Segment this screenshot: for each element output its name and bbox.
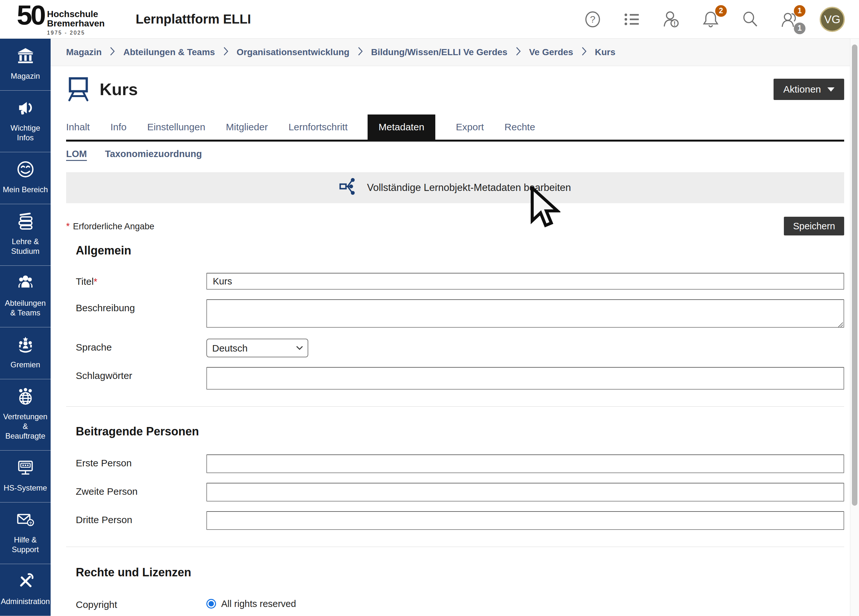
section-heading-personen: Beitragende Personen	[76, 425, 844, 438]
edit-full-metadata-banner[interactable]: Vollständige Lernobjekt-Metadaten bearbe…	[66, 172, 844, 203]
schlagwoerter-label: Schlagwörter	[76, 367, 206, 389]
save-button[interactable]: Speichern	[784, 217, 844, 235]
titel-label: Titel*	[76, 273, 206, 289]
mail-question-icon: ?	[16, 511, 34, 531]
chevron-right-icon	[223, 47, 228, 58]
sidebar-item-hs-systeme[interactable]: HS-Systeme	[0, 450, 51, 502]
dritte-person-label: Dritte Person	[76, 511, 206, 530]
top-header: 50 Hochschule Bremerhaven 1975 - 2025 Le…	[0, 0, 859, 39]
user-status-icon[interactable]: !	[662, 10, 680, 28]
chevron-right-icon	[110, 47, 115, 58]
people-group-icon	[16, 274, 34, 294]
header-actions: ? !	[584, 7, 845, 32]
chevron-right-icon	[358, 47, 363, 58]
tools-icon	[16, 572, 34, 593]
tab-mitglieder[interactable]: Mitglieder	[226, 114, 268, 140]
required-note: *Erforderliche Angabe	[66, 221, 154, 231]
chevron-right-icon	[582, 47, 587, 58]
section-heading-rechte: Rechte und Lizenzen	[76, 566, 844, 579]
tab-export[interactable]: Export	[456, 114, 484, 140]
sidebar-item-lehre-studium[interactable]: Lehre & Studium	[0, 204, 51, 266]
section-divider	[66, 406, 844, 407]
university-logo[interactable]: 50 Hochschule Bremerhaven 1975 - 2025	[17, 3, 105, 36]
actions-button[interactable]: Aktionen	[773, 79, 844, 100]
main-area: Magazin Abteilungen & Teams Organisation…	[51, 39, 859, 616]
sidebar-item-label: Lehre & Studium	[2, 237, 49, 256]
search-icon[interactable]	[741, 10, 759, 28]
titel-input[interactable]	[206, 273, 844, 289]
tab-lernfortschritt[interactable]: Lernfortschritt	[289, 114, 348, 140]
breadcrumb-item-current[interactable]: Kurs	[595, 47, 615, 58]
course-easel-icon	[66, 76, 91, 103]
logo-years: 1975 - 2025	[47, 30, 105, 36]
vertical-scrollbar[interactable]	[850, 39, 859, 616]
sidebar-item-mein-bereich[interactable]: Mein Bereich	[0, 152, 51, 204]
dritte-person-input[interactable]	[206, 511, 844, 530]
breadcrumb-item[interactable]: Ve Gerdes	[529, 47, 573, 58]
sidebar-item-vertretungen[interactable]: Vertretungen & Beauftragte	[0, 379, 51, 450]
committee-icon	[16, 335, 34, 356]
tab-metadaten[interactable]: Metadaten	[368, 114, 435, 140]
sidebar-item-administration[interactable]: Administration	[0, 564, 51, 616]
contacts-badge-top: 1	[794, 5, 806, 17]
contacts-badge-bottom: 1	[794, 23, 806, 34]
subtab-lom[interactable]: LOM	[66, 149, 87, 159]
tab-einstellungen[interactable]: Einstellungen	[147, 114, 205, 140]
subtab-taxonomiezuordnung[interactable]: Taxonomiezuordnung	[105, 149, 202, 159]
breadcrumb-item[interactable]: Bildung/Wissen/ELLI Ve Gerdes	[371, 47, 508, 58]
tab-info[interactable]: Info	[110, 114, 127, 140]
globe-people-icon	[16, 387, 34, 408]
sidebar-item-label: HS-Systeme	[3, 483, 47, 493]
app-title: Lernplattform ELLI	[136, 12, 251, 27]
page-title: Kurs	[100, 80, 138, 99]
monitor-icon	[16, 459, 34, 479]
tab-rechte[interactable]: Rechte	[504, 114, 535, 140]
sidebar-item-label: Magazin	[11, 71, 40, 81]
copyright-radio[interactable]	[206, 599, 216, 608]
list-menu-icon[interactable]	[623, 10, 641, 28]
sidebar-item-wichtige-infos[interactable]: Wichtige Infos	[0, 91, 51, 152]
breadcrumb-item[interactable]: Organisationsentwicklung	[237, 47, 350, 58]
beschreibung-label: Beschreibung	[76, 299, 206, 329]
notifications-badge: 2	[715, 5, 727, 17]
breadcrumb-item[interactable]: Abteilungen & Teams	[123, 47, 215, 58]
sidebar-item-abteilungen-teams[interactable]: Abteilungen & Teams	[0, 266, 51, 327]
main-sidebar: Magazin Wichtige Infos	[0, 39, 51, 616]
svg-text:!: !	[673, 20, 676, 27]
breadcrumb: Magazin Abteilungen & Teams Organisation…	[51, 39, 859, 66]
erste-person-input[interactable]	[206, 454, 844, 473]
sidebar-item-label: Mein Bereich	[3, 185, 48, 194]
required-asterisk: *	[66, 221, 70, 231]
titel-required-asterisk: *	[94, 277, 97, 287]
logo-text: Hochschule Bremerhaven 1975 - 2025	[47, 10, 105, 36]
scrollbar-thumb[interactable]	[852, 44, 857, 506]
contacts-icon[interactable]: 1 1	[780, 10, 798, 28]
smiley-icon	[16, 160, 34, 181]
actions-button-label: Aktionen	[783, 84, 821, 95]
sprache-select[interactable]: Deutsch	[206, 339, 308, 357]
sidebar-item-hilfe-support[interactable]: ? Hilfe & Support	[0, 502, 51, 564]
subtab-bar: LOM Taxonomiezuordnung	[66, 149, 844, 159]
megaphone-icon	[16, 99, 34, 119]
user-avatar[interactable]: VG	[820, 7, 845, 32]
required-note-text: Erforderliche Angabe	[73, 222, 154, 231]
help-icon[interactable]: ?	[584, 10, 602, 28]
sprache-label: Sprache	[76, 339, 206, 357]
books-icon	[16, 212, 34, 233]
breadcrumb-item[interactable]: Magazin	[66, 47, 102, 58]
zweite-person-input[interactable]	[206, 483, 844, 502]
titel-label-text: Titel	[76, 276, 94, 287]
notifications-bell-icon[interactable]: 2	[702, 10, 720, 28]
sidebar-item-label: Wichtige Infos	[2, 123, 49, 142]
beschreibung-textarea[interactable]	[206, 299, 844, 328]
banner-label: Vollständige Lernobjekt-Metadaten bearbe…	[367, 182, 571, 194]
zweite-person-label: Zweite Person	[76, 483, 206, 502]
sidebar-item-label: Vertretungen & Beauftragte	[2, 412, 49, 441]
erste-person-label: Erste Person	[76, 454, 206, 473]
sidebar-item-magazin[interactable]: Magazin	[0, 39, 51, 91]
sidebar-item-gremien[interactable]: Gremien	[0, 327, 51, 379]
tab-inhalt[interactable]: Inhalt	[66, 114, 90, 140]
tab-bar: Inhalt Info Einstellungen Mitglieder Ler…	[66, 114, 844, 142]
schlagwoerter-input[interactable]	[206, 367, 844, 389]
svg-text:?: ?	[29, 521, 31, 525]
